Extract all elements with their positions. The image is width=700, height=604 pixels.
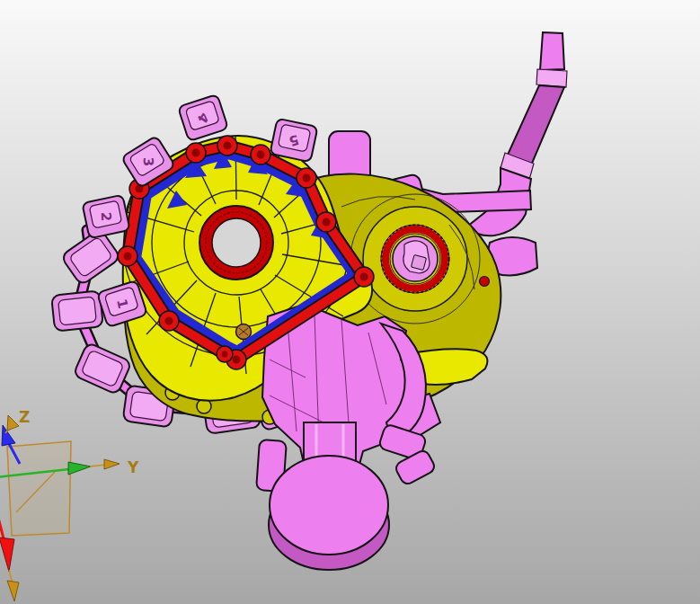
axis-z-label: Z — [19, 408, 30, 426]
cad-viewport[interactable]: Y Z — [0, 0, 700, 604]
side-seal-dot — [480, 277, 490, 287]
axis-y-label: Y — [127, 458, 139, 476]
bolt-3-number: 3 — [140, 156, 156, 166]
bolt-2-number: 2 — [98, 211, 114, 221]
bolt-2[interactable]: 2 — [82, 195, 129, 239]
center-bore-seal[interactable] — [199, 206, 273, 280]
bolt-5[interactable]: 5 — [270, 119, 317, 163]
